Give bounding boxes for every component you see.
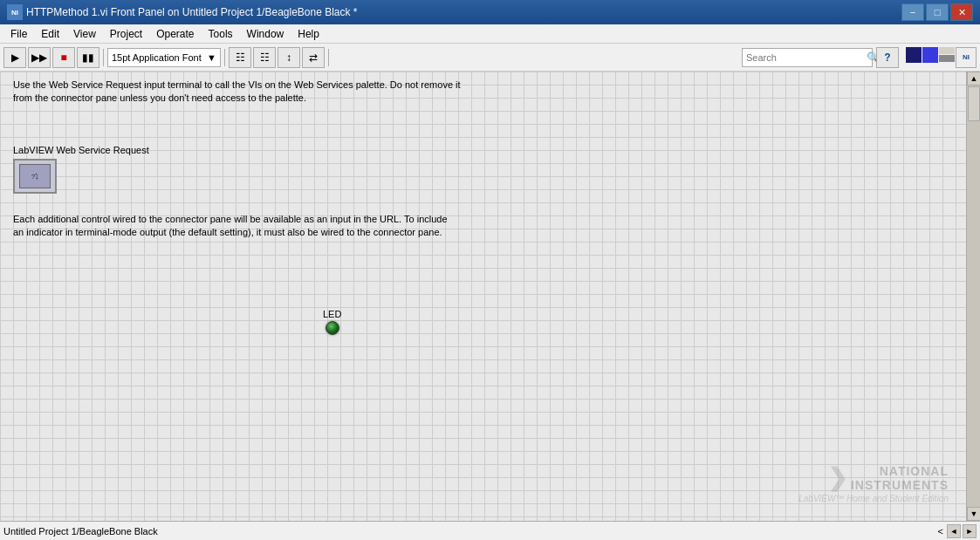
menu-window[interactable]: Window: [240, 24, 291, 43]
status-scroll-left[interactable]: ◄: [947, 524, 961, 538]
reorder-button[interactable]: ⇄: [302, 47, 325, 68]
ni-name-line1: NATIONAL: [851, 464, 949, 478]
ws-widget-icon[interactable]: ?⤵: [13, 159, 57, 194]
title-bar: NI HTTPMethod 1.vi Front Panel on Untitl…: [0, 0, 980, 24]
toolbar: ▶ ▶▶ ■ ▮▮ 15pt Application Font ▼ ☷ ☷ ↕ …: [0, 44, 980, 72]
scroll-up-button[interactable]: ▲: [967, 72, 980, 85]
menu-tools[interactable]: Tools: [202, 24, 240, 43]
scrollbar-track[interactable]: [967, 85, 980, 507]
close-button[interactable]: ✕: [950, 3, 973, 21]
run-button[interactable]: ▶: [3, 47, 26, 68]
run-continuously-button[interactable]: ▶▶: [28, 47, 51, 68]
pause-button[interactable]: ▮▮: [77, 47, 99, 68]
align-button[interactable]: ☷: [229, 47, 251, 68]
ni-logo-arrow-icon: ❯: [827, 463, 847, 492]
ni-name-line2: INSTRUMENTS: [851, 478, 949, 492]
ni-logo: ❯ NATIONAL INSTRUMENTS: [798, 463, 949, 492]
scroll-down-button[interactable]: ▼: [967, 507, 980, 521]
web-service-request-widget: LabVIEW Web Service Request ?⤵: [13, 145, 149, 194]
sep1: [103, 49, 104, 66]
scrollbar-thumb[interactable]: [968, 86, 980, 121]
color-swatch-2[interactable]: [922, 47, 938, 63]
color-swatches-small: [939, 47, 955, 68]
menu-operate[interactable]: Operate: [149, 24, 201, 43]
led-widget: LED: [323, 309, 341, 335]
window-title: HTTPMethod 1.vi Front Panel on Untitled …: [26, 6, 901, 18]
ws-widget-icon-inner: ?⤵: [19, 164, 51, 188]
description-text-1: Use the Web Service Request input termin…: [13, 79, 461, 106]
status-bar: Untitled Project 1/BeagleBone Black < ◄ …: [0, 521, 980, 540]
main-container: Use the Web Service Request input termin…: [0, 72, 980, 521]
font-dropdown[interactable]: 15pt Application Font ▼: [107, 48, 221, 67]
search-input[interactable]: [746, 52, 867, 63]
color-swatch-4[interactable]: [939, 55, 955, 62]
search-area: 🔍 ?: [332, 47, 902, 68]
status-text: Untitled Project 1/BeagleBone Black: [3, 526, 938, 537]
canvas-area[interactable]: Use the Web Service Request input termin…: [0, 72, 966, 521]
status-nav-arrows: ◄ ►: [947, 524, 977, 538]
menu-bar: File Edit View Project Operate Tools Win…: [0, 24, 980, 44]
menu-project[interactable]: Project: [103, 24, 149, 43]
minimize-button[interactable]: −: [901, 3, 924, 21]
ws-widget-label: LabVIEW Web Service Request: [13, 145, 149, 155]
menu-view[interactable]: View: [66, 24, 103, 43]
abort-button[interactable]: ■: [52, 47, 75, 68]
status-indicator: <: [938, 526, 943, 537]
help-button[interactable]: ?: [876, 47, 899, 68]
font-label: 15pt Application Font: [112, 52, 202, 63]
sep3: [328, 49, 329, 66]
font-dropdown-arrow: ▼: [207, 52, 216, 63]
description-text-2: Each additional control wired to the con…: [13, 213, 448, 240]
scrollbar-vertical[interactable]: ▲ ▼: [966, 72, 980, 521]
ni-watermark: ❯ NATIONAL INSTRUMENTS LabVIEW™ Home and…: [798, 463, 949, 503]
maximize-button[interactable]: □: [926, 3, 949, 21]
app-icon: NI: [7, 4, 23, 20]
window-controls: − □ ✕: [901, 3, 973, 21]
menu-edit[interactable]: Edit: [34, 24, 66, 43]
distribute-button[interactable]: ☷: [253, 47, 276, 68]
color-swatch-3[interactable]: [939, 47, 955, 54]
color-swatch-1[interactable]: [906, 47, 922, 63]
search-box[interactable]: 🔍: [742, 48, 873, 67]
menu-help[interactable]: Help: [291, 24, 326, 43]
status-scroll-right[interactable]: ►: [963, 524, 977, 538]
menu-file[interactable]: File: [3, 24, 34, 43]
sep2: [224, 49, 225, 66]
color-panel: NI: [906, 47, 977, 68]
resize-button[interactable]: ↕: [278, 47, 300, 68]
ni-logo-btn[interactable]: NI: [956, 47, 977, 68]
led-label: LED: [323, 309, 341, 319]
ni-edition: LabVIEW™ Home and Student Edition: [798, 494, 949, 503]
led-indicator[interactable]: [326, 321, 339, 335]
